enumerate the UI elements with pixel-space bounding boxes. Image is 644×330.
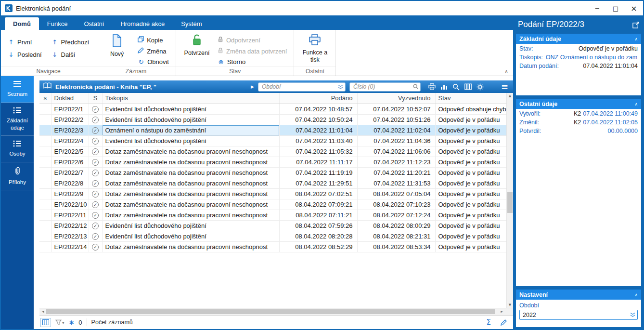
doklad-cell[interactable]: EP/2022/9	[51, 188, 89, 199]
vyzvednuto-cell[interactable]: 07.04.2022 11:20:21	[357, 167, 435, 178]
vyzvednuto-cell[interactable]: 08.04.2022 07:05:04	[357, 188, 435, 199]
vyzvednuto-cell[interactable]: 07.04.2022 10:51:26	[357, 114, 435, 125]
sidebar-item-osoby[interactable]: Osoby	[1, 136, 34, 162]
doklad-cell[interactable]: EP/2022/10	[51, 199, 89, 210]
horizontal-scroll-track[interactable]	[46, 308, 499, 315]
table-row[interactable]: EP/2022/13✓Evidenční list důchodového po…	[39, 231, 506, 241]
table-row[interactable]: EP/2022/4✓Evidenční list důchodového poj…	[39, 135, 506, 146]
detail-value-link[interactable]: ONZ Oznámení o nástupu do zam...	[546, 54, 638, 61]
previous-button[interactable]: ↑ Předchozí	[50, 37, 91, 47]
vyzvednuto-cell[interactable]: 07.04.2022 11:31:53	[357, 178, 435, 188]
maximize-button[interactable]: □	[606, 1, 625, 15]
tiskopis-cell[interactable]: Oznámení o nástupu do zaměstnání	[102, 125, 279, 135]
period-filter-input[interactable]	[258, 83, 345, 91]
stav-cell[interactable]: Odpověď je v pořádku	[435, 220, 506, 231]
table-row[interactable]: EP/2022/8✓Dotaz zaměstnavatele na dočasn…	[39, 178, 506, 188]
row-status-cell[interactable]: ✓	[89, 146, 102, 157]
functions-print-button[interactable]: Funkce a tisk	[299, 33, 331, 63]
last-button[interactable]: ↓ Poslední	[6, 49, 44, 60]
podano-cell[interactable]: 07.04.2022 11:29:51	[279, 178, 357, 188]
next-button[interactable]: ↓ Další	[50, 49, 91, 60]
stav-cell[interactable]: Odpověď je v pořádku	[435, 167, 506, 178]
period-setting-input[interactable]	[520, 310, 637, 319]
find-icon[interactable]	[452, 83, 460, 91]
row-status-cell[interactable]: ✓	[89, 157, 102, 167]
tab-hromadne-akce[interactable]: Hromadné akce	[112, 17, 173, 30]
new-button[interactable]: Nový	[101, 33, 133, 58]
tiskopis-cell[interactable]: Dotaz zaměstnavatele na dočasnou pracovn…	[102, 199, 279, 210]
doklad-cell[interactable]: EP/2022/3	[51, 125, 89, 135]
vyzvednuto-cell[interactable]: 08.04.2022 07:12:24	[357, 210, 435, 220]
sum-button[interactable]: Σ	[487, 318, 491, 327]
horizontal-scrollbar[interactable]: ◄ ►	[39, 308, 513, 315]
col-header-vyzvednuto[interactable]: Vyzvednuto	[357, 93, 435, 104]
row-status-cell[interactable]: ✓	[89, 114, 102, 125]
doklad-cell[interactable]: EP/2022/13	[51, 231, 89, 241]
stav-cell[interactable]: Odpověď je v pořádku	[435, 241, 506, 252]
edit-note-button[interactable]	[501, 319, 507, 326]
stav-cell[interactable]: Odpověď je v pořádku	[435, 178, 506, 188]
sidebar-item-prilohy[interactable]: Přílohy	[1, 162, 34, 191]
table-row[interactable]: EP/2022/14✓Dotaz zaměstnavatele na dočas…	[39, 241, 506, 252]
close-button[interactable]: ×	[625, 1, 643, 15]
tiskopis-cell[interactable]: Dotaz zaměstnavatele na dočasnou pracovn…	[102, 210, 279, 220]
row-status-cell[interactable]: ✓	[89, 231, 102, 241]
podano-cell[interactable]: 07.04.2022 11:11:17	[279, 157, 357, 167]
table-row[interactable]: EP/2022/7✓Dotaz zaměstnavatele na dočasn…	[39, 167, 506, 178]
open-in-window-icon[interactable]	[632, 21, 640, 28]
vyzvednuto-cell[interactable]: 07.04.2022 11:12:23	[357, 157, 435, 167]
stav-cell[interactable]: Odpověď je v pořádku	[435, 231, 506, 241]
doklad-cell[interactable]: EP/2022/7	[51, 167, 89, 178]
vyzvednuto-cell[interactable]: 08.04.2022 07:10:23	[357, 199, 435, 210]
copy-button[interactable]: Kopie	[136, 36, 171, 44]
period-dropdown-icon[interactable]	[630, 312, 636, 317]
table-row[interactable]: EP/2022/5✓Dotaz zaměstnavatele na dočasn…	[39, 146, 506, 157]
storno-button[interactable]: ⊗ Storno	[216, 58, 289, 66]
stav-cell[interactable]: Odpověď je v pořádku	[435, 135, 506, 146]
tab-domu[interactable]: Domů	[5, 17, 39, 30]
doklad-cell[interactable]: EP/2022/14	[51, 241, 89, 252]
tab-ostatni[interactable]: Ostatní	[76, 17, 112, 30]
confirm-button[interactable]: Potvrzení	[181, 33, 213, 57]
row-status-cell[interactable]: ✓	[89, 241, 102, 252]
col-header-tiskopis[interactable]: Tiskopis	[102, 93, 279, 104]
podano-cell[interactable]: 07.04.2022 10:50:24	[279, 114, 357, 125]
col-header-podano[interactable]: Podáno	[279, 93, 357, 104]
doklad-cell[interactable]: EP/2022/5	[51, 146, 89, 157]
print-icon[interactable]	[428, 83, 436, 90]
row-status-cell[interactable]: ✓	[89, 220, 102, 231]
row-handle-cell[interactable]	[39, 125, 51, 135]
podano-cell[interactable]: 08.04.2022 08:20:28	[279, 231, 357, 241]
row-handle-cell[interactable]	[39, 199, 51, 210]
podano-cell[interactable]: 08.04.2022 07:09:21	[279, 199, 357, 210]
podano-cell[interactable]: 08.04.2022 07:11:21	[279, 210, 357, 220]
stav-cell[interactable]: Odpověď je v pořádku	[435, 199, 506, 210]
sidebar-item-seznam[interactable]: Seznam	[1, 76, 34, 103]
vyzvednuto-cell[interactable]: 07.04.2022 10:52:07	[357, 104, 435, 114]
refresh-button[interactable]: ↻ Obnovit	[136, 58, 171, 66]
scroll-left-icon[interactable]: ◄	[39, 310, 46, 314]
row-handle-cell[interactable]	[39, 146, 51, 157]
podano-cell[interactable]: 07.04.2022 10:48:57	[279, 104, 357, 114]
edit-button[interactable]: Změna	[136, 47, 171, 55]
number-search-input[interactable]	[350, 83, 420, 91]
tiskopis-cell[interactable]: Dotaz zaměstnavatele na dočasnou pracovn…	[102, 157, 279, 167]
tab-funkce[interactable]: Funkce	[39, 17, 76, 30]
tiskopis-cell[interactable]: Dotaz zaměstnavatele na dočasnou pracovn…	[102, 167, 279, 178]
col-header-check[interactable]: S	[89, 93, 102, 104]
tiskopis-cell[interactable]: Evidenční list důchodového pojištění	[102, 104, 279, 114]
podano-cell[interactable]: 08.04.2022 08:52:29	[279, 241, 357, 252]
row-handle-cell[interactable]	[39, 220, 51, 231]
tiskopis-cell[interactable]: Dotaz zaměstnavatele na dočasnou pracovn…	[102, 188, 279, 199]
col-header-doklad[interactable]: Doklad	[51, 93, 89, 104]
row-status-cell[interactable]: ✓	[89, 135, 102, 146]
tiskopis-cell[interactable]: Dotaz zaměstnavatele na dočasnou pracovn…	[102, 178, 279, 188]
scroll-down-icon[interactable]: ▼	[509, 303, 511, 307]
table-row[interactable]: EP/2022/2✓Evidenční list důchodového poj…	[39, 114, 506, 125]
sidebar-item-zakladni-udaje[interactable]: Základní údaje	[1, 103, 34, 136]
expand-arrow-icon[interactable]: ▶	[251, 84, 254, 89]
first-button[interactable]: ↑ První	[6, 37, 44, 47]
stav-cell[interactable]: Odpověď je v pořádku	[435, 188, 506, 199]
doklad-cell[interactable]: EP/2022/2	[51, 114, 89, 125]
doklad-cell[interactable]: EP/2022/4	[51, 135, 89, 146]
